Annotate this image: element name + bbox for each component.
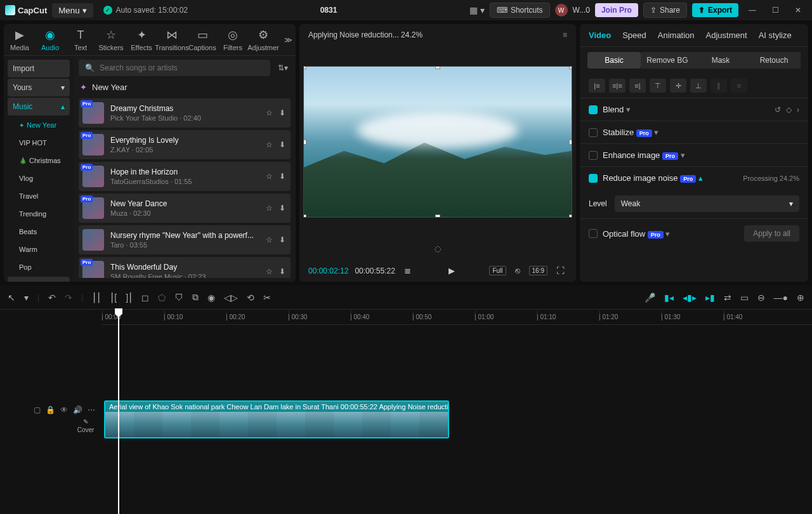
tab-text[interactable]: TText (71, 29, 90, 51)
download-icon[interactable]: ⬇ (278, 107, 287, 119)
align-bottom-icon[interactable]: ⊥ (690, 79, 707, 93)
tab-speed[interactable]: Speed (622, 30, 646, 40)
playhead[interactable] (118, 310, 119, 514)
favorite-icon[interactable]: ☆ (265, 171, 274, 182)
song-item[interactable]: Pro New Year Dance Muza · 02:30 ☆⬇ (79, 194, 291, 223)
align-hcenter-icon[interactable]: ≡|≡ (609, 79, 625, 93)
undo-button[interactable]: ↶ (48, 293, 56, 303)
preview-icon[interactable]: ▭ (740, 293, 749, 303)
tab-adjustment-right[interactable]: Adjustment (706, 30, 747, 40)
marker-tool[interactable]: ⬠ (158, 293, 166, 303)
layout-icon[interactable]: ▦ ▾ (469, 5, 485, 15)
fullscreen-icon[interactable]: ⛶ (554, 265, 567, 277)
optical-flow-checkbox[interactable] (589, 229, 598, 238)
favorite-icon[interactable]: ☆ (265, 139, 274, 150)
magnet-center-icon[interactable]: ◂▮▸ (683, 293, 697, 303)
copy-tool[interactable]: ⧉ (192, 292, 199, 303)
track-expand-icon[interactable]: ▢ (34, 405, 41, 414)
subtab-removebg[interactable]: Remove BG (641, 52, 694, 69)
tab-animation[interactable]: Animation (658, 30, 695, 40)
rotate-tool[interactable]: ⟲ (247, 293, 254, 303)
apply-to-all-button[interactable]: Apply to all (744, 225, 799, 242)
track-lock-icon[interactable]: 🔒 (46, 405, 55, 414)
chevron-down-icon[interactable]: ▾ (681, 150, 685, 160)
tab-video[interactable]: Video (589, 30, 611, 40)
share-button[interactable]: ⇪ Share (643, 3, 687, 18)
tab-transitions[interactable]: ⋈Transitions (162, 28, 181, 51)
menu-button[interactable]: Menu ▾ (52, 3, 93, 18)
full-button[interactable]: Full (489, 266, 506, 275)
video-preview[interactable] (303, 66, 572, 218)
favorite-icon[interactable]: ☆ (265, 234, 274, 246)
split-tool[interactable]: ⎮⎮ (92, 293, 101, 303)
sidebar-item-yours[interactable]: Yours▾ (8, 79, 70, 96)
preview-menu-icon[interactable]: ≡ (563, 30, 567, 39)
cursor-tool[interactable]: ↖ (8, 293, 15, 303)
subtab-mask[interactable]: Mask (694, 52, 747, 69)
import-button[interactable]: Import (8, 60, 70, 77)
download-icon[interactable]: ⬇ (278, 202, 287, 214)
subtab-retouch[interactable]: Retouch (747, 52, 801, 69)
song-item[interactable]: Pro This Wonderful Day SM Royalty Free M… (79, 257, 291, 278)
align-right-icon[interactable]: ≡| (629, 79, 646, 93)
download-icon[interactable]: ⬇ (278, 171, 287, 182)
link-icon[interactable]: ⇄ (724, 293, 731, 303)
tab-stickers[interactable]: ☆Stickers (102, 28, 121, 51)
record-tool[interactable]: ◉ (207, 293, 215, 303)
align-vcenter-icon[interactable]: ✛ (670, 79, 686, 93)
video-clip[interactable]: Aerial view of Khao Sok national park Ch… (104, 400, 449, 438)
crop2-tool[interactable]: ✂ (263, 293, 271, 303)
zoom-slider[interactable]: —● (774, 293, 788, 303)
favorite-icon[interactable]: ☆ (265, 266, 274, 277)
tab-filters[interactable]: ◎Filters (223, 28, 242, 51)
sidebar-item-warm[interactable]: Warm (8, 241, 70, 258)
sidebar-item-pop[interactable]: Pop (8, 259, 70, 275)
search-input[interactable] (100, 63, 264, 72)
split-right-tool[interactable]: ]⎮ (126, 293, 133, 303)
level-select[interactable]: Weak ▾ (615, 195, 799, 212)
chevron-down-icon[interactable]: ▾ (654, 128, 658, 137)
download-icon[interactable]: ⬇ (278, 234, 287, 246)
subtab-basic[interactable]: Basic (587, 52, 641, 69)
song-item[interactable]: Pro Dreamy Christmas Pick Your Take Stud… (79, 98, 291, 128)
close-icon[interactable]: ✕ (789, 1, 807, 19)
song-item[interactable]: Pro Everything Is Lovely Z.KAY · 02:05 ☆… (79, 130, 291, 159)
sidebar-item-travel[interactable]: Travel (8, 188, 70, 204)
chevron-down-icon[interactable]: ▾ (665, 229, 670, 239)
download-icon[interactable]: ⬇ (278, 266, 287, 277)
tab-ai-stylize[interactable]: AI stylize (759, 30, 792, 40)
track-visible-icon[interactable]: 👁 (60, 405, 68, 414)
reduce-noise-checkbox[interactable] (589, 174, 598, 183)
list-icon[interactable]: ≣ (402, 265, 414, 277)
sidebar-item-christmas[interactable]: 🎄Christmas (8, 152, 70, 169)
track-mute-icon[interactable]: 🔊 (73, 405, 82, 414)
export-button[interactable]: ⬆ Export (692, 3, 738, 17)
more-tabs-icon[interactable]: ≫ (284, 36, 292, 44)
undo-icon[interactable]: ↺ (775, 105, 781, 114)
favorite-icon[interactable]: ☆ (265, 202, 274, 214)
cover-button[interactable]: ✎ Cover (76, 418, 95, 433)
download-icon[interactable]: ⬇ (278, 139, 287, 150)
sidebar-item-trending[interactable]: Trending (8, 206, 70, 222)
zoom-in-icon[interactable]: ⊕ (797, 293, 804, 303)
song-item[interactable]: Pro Hope in the Horizon TatoGuerraStudio… (79, 162, 291, 191)
tab-media[interactable]: ▶Media (10, 28, 29, 51)
zoom-out-icon[interactable]: ⊖ (757, 293, 765, 303)
sidebar-item-vip-hot[interactable]: VIP HOT (8, 135, 70, 151)
favorite-icon[interactable]: ☆ (265, 107, 274, 119)
shield-tool[interactable]: ⛉ (174, 293, 183, 303)
mic-icon[interactable]: 🎤 (645, 293, 655, 303)
keyframe-icon[interactable]: ◇ (786, 105, 792, 114)
chevron-up-icon[interactable]: ▴ (698, 173, 703, 183)
join-pro-button[interactable]: Join Pro (595, 3, 638, 17)
enhance-checkbox[interactable] (589, 151, 598, 160)
split-left-tool[interactable]: ⎮[ (110, 293, 117, 303)
tab-adjustment[interactable]: ⚙Adjustmer (254, 28, 273, 51)
tab-captions[interactable]: ▭Captions (193, 28, 212, 51)
shortcuts-button[interactable]: ⌨ Shortcuts (490, 3, 550, 18)
sidebar-item-new-year[interactable]: ✦New Year (8, 117, 70, 133)
play-button[interactable]: ▶ (446, 265, 457, 277)
chevron-down-icon[interactable]: ▾ (626, 105, 631, 114)
blend-checkbox[interactable] (589, 105, 598, 114)
song-item[interactable]: Nursery rhyme "New Year" with a powerf..… (79, 225, 291, 254)
